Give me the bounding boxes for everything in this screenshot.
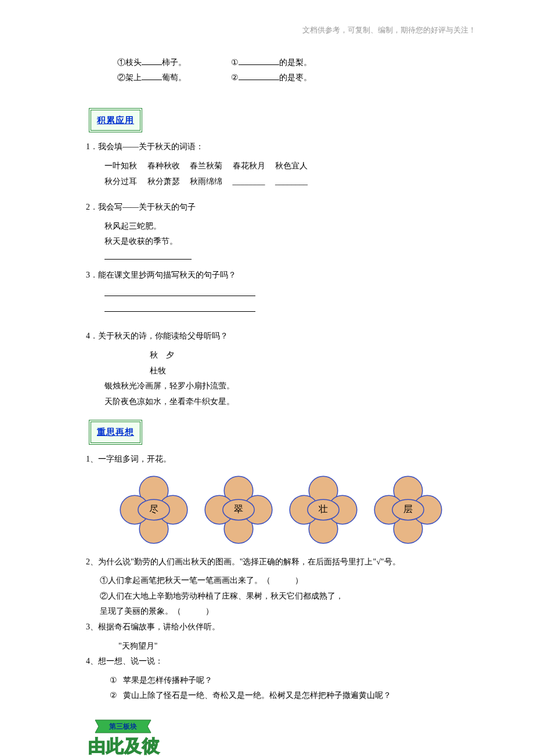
flower-char: 壮: [319, 501, 328, 518]
idiom: 春花秋月: [233, 161, 265, 170]
section-label-accumulate: 积累应用: [89, 108, 142, 133]
poem-line1: 银烛秋光冷画屏，轻罗小扇扑流萤。: [86, 379, 476, 394]
b3-sub: "天狗望月": [86, 639, 476, 654]
col-left: ①枝头柿子。 ②架上葡萄。: [86, 55, 231, 86]
banner-title: 由此及彼: [88, 736, 476, 755]
b4-q2: ② 黄山上除了怪石是一绝、奇松又是一绝。松树又是怎样把种子撒遍黄山呢？: [86, 688, 476, 704]
idiom-blank: ________: [275, 177, 308, 186]
q1-row1: 一叶知秋 春种秋收 春兰秋菊 春花秋月 秋色宜人: [86, 159, 476, 174]
fill-line: ①的是梨。: [231, 55, 312, 71]
q2-blank: [86, 250, 476, 265]
idiom: 春种秋收: [147, 161, 180, 170]
b4-q1-text: 苹果是怎样传播种子呢？: [123, 673, 212, 689]
section-title: 积累应用: [97, 116, 134, 125]
idiom: 一叶知秋: [104, 161, 137, 170]
poem-title: 秋 夕: [86, 348, 476, 363]
flower-char: 翠: [234, 501, 243, 518]
b4-q2-text: 黄山上除了怪石是一绝、奇松又是一绝。松树又是怎样把种子撒遍黄山呢？: [123, 688, 391, 704]
q2-lead: 2．我会写——关于秋天的句子: [86, 200, 476, 215]
q3-blank2: [86, 302, 476, 318]
idiom-blank: ________: [233, 177, 265, 186]
b4-q2-num: ②: [100, 688, 123, 704]
flower: 层: [374, 476, 442, 544]
idiom: 春兰秋菊: [190, 161, 222, 170]
idiom: 秋雨绵绵: [190, 177, 222, 186]
b3-lead: 3、根据奇石编故事，讲给小伙伴听。: [86, 620, 476, 635]
flower: 尽: [120, 476, 188, 544]
b4-q1-num: ①: [100, 673, 123, 689]
b2-opt2b: 呈现了美丽的景象。（ ）: [86, 604, 476, 620]
q1-row2: 秋分过耳 秋分萧瑟 秋雨绵绵 ________ ________: [86, 174, 476, 190]
header-note: 文档供参考，可复制、编制，期待您的好评与关注！: [0, 23, 534, 38]
b4-q1: ① 苹果是怎样传播种子呢？: [86, 673, 476, 689]
flower-char: 层: [403, 501, 413, 518]
section-label-rethink: 重思再想: [89, 420, 142, 445]
banner-block: 第三板块 由此及彼: [88, 717, 476, 755]
b2-opt2a: ②人们在大地上辛勤地劳动种植了庄稼、果树，秋天它们都成熟了，: [86, 589, 476, 604]
fill-line: ②的是枣。: [231, 70, 312, 86]
flower-char: 尽: [149, 501, 158, 518]
b4-lead: 4、想一想、说一说：: [86, 654, 476, 669]
top-columns: ①枝头柿子。 ②架上葡萄。 ①的是梨。 ②的是枣。: [86, 55, 476, 86]
poem-line2: 天阶夜色凉如水，坐看牵牛织女星。: [86, 394, 476, 410]
q2-line2: 秋天是收获的季节。: [86, 234, 476, 250]
flower: 壮: [289, 476, 358, 544]
idiom: 秋分萧瑟: [147, 177, 180, 186]
idiom: 秋分过耳: [104, 177, 137, 186]
q3-blank1: [86, 286, 476, 302]
q4-lead: 4．关于秋天的诗，你能读给父母听吗？: [86, 329, 476, 344]
q1-lead: 1．我会填——关于秋天的词语：: [86, 139, 476, 155]
b2-lead: 2、为什么说"勤劳的人们画出秋天的图画。"选择正确的解释，在后面括号里打上"√"…: [86, 555, 476, 570]
b2-opt1: ①人们拿起画笔把秋天一笔一笔画画出来了。（ ）: [86, 573, 476, 589]
flower-row: 尽 翠 壮: [86, 476, 476, 544]
b1-lead: 1、一字组多词，开花。: [86, 452, 476, 467]
page-content: ①枝头柿子。 ②架上葡萄。 ①的是梨。 ②的是枣。 积累应用 1．我会填——关于…: [0, 55, 534, 755]
banner-label: 第三板块: [109, 722, 137, 730]
poem-author: 杜牧: [86, 363, 476, 379]
q3-lead: 3．能在课文里抄两句描写秋天的句子吗？: [86, 268, 476, 283]
banner-ribbon-icon: 第三板块: [88, 717, 158, 736]
fill-line: ②架上葡萄。: [117, 70, 231, 86]
flower: 翠: [204, 476, 273, 544]
col-right: ①的是梨。 ②的是枣。: [231, 55, 312, 86]
fill-line: ①枝头柿子。: [117, 55, 231, 71]
q2-line1: 秋风起三蛇肥。: [86, 219, 476, 235]
section-title: 重思再想: [97, 427, 134, 437]
idiom: 秋色宜人: [275, 161, 308, 170]
